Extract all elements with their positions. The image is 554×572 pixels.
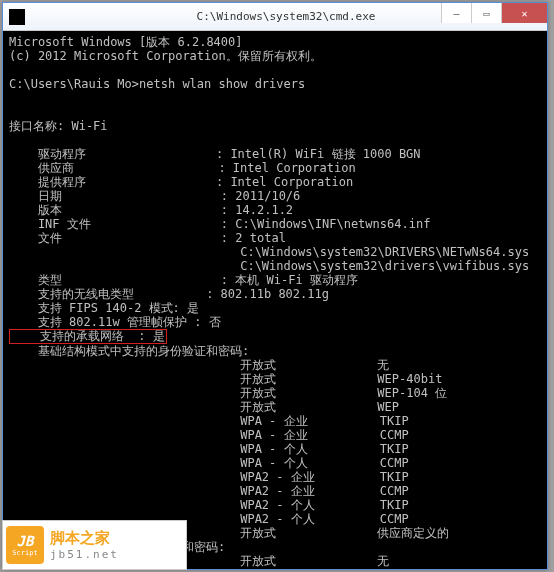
output-line: 支持 802.11w 管理帧保护 : 否 <box>9 315 541 329</box>
output-line: WPA2 - 企业 TKIP <box>9 470 541 484</box>
output-line: WPA2 - 个人 TKIP <box>9 498 541 512</box>
output-line: 开放式 WEP-40bit <box>9 372 541 386</box>
maximize-button[interactable]: ▭ <box>471 3 501 23</box>
output-line: WPA - 个人 CCMP <box>9 456 541 470</box>
cmd-window: C:\Windows\system32\cmd.exe — ▭ ✕ Micros… <box>2 2 548 570</box>
output-line <box>9 105 541 119</box>
watermark-logo: JB Script <box>6 526 44 564</box>
output-line: C:\Users\Rauis Mo>netsh wlan show driver… <box>9 77 541 91</box>
output-line: 提供程序 : Intel Corporation <box>9 175 541 189</box>
cmd-icon <box>9 9 25 25</box>
output-line: C:\Windows\system32\drivers\vwifibus.sys <box>9 259 541 273</box>
output-line: 开放式 WEP <box>9 400 541 414</box>
terminal-output[interactable]: Microsoft Windows [版本 6.2.8400](c) 2012 … <box>3 31 547 569</box>
output-line: WPA - 个人 TKIP <box>9 442 541 456</box>
output-line-highlighted: 支持的承载网络 : 是 <box>9 329 541 344</box>
output-line: 日期 : 2011/10/6 <box>9 189 541 203</box>
output-line: 支持的无线电类型 : 802.11b 802.11g <box>9 287 541 301</box>
close-button[interactable]: ✕ <box>501 3 547 23</box>
output-line: 文件 : 2 total <box>9 231 541 245</box>
titlebar[interactable]: C:\Windows\system32\cmd.exe — ▭ ✕ <box>3 3 547 31</box>
output-line: WPA - 企业 TKIP <box>9 414 541 428</box>
output-line: (c) 2012 Microsoft Corporation。保留所有权利。 <box>9 49 541 63</box>
watermark: JB Script 脚本之家 jb51.net <box>2 520 187 570</box>
watermark-url: jb51.net <box>50 548 119 561</box>
output-line: 开放式 WEP-104 位 <box>9 386 541 400</box>
output-line: 接口名称: Wi-Fi <box>9 119 541 133</box>
output-line: 支持 FIPS 140-2 模式: 是 <box>9 301 541 315</box>
output-line: WPA - 企业 CCMP <box>9 428 541 442</box>
output-line <box>9 63 541 77</box>
output-line: WPA2 - 企业 CCMP <box>9 484 541 498</box>
output-line: C:\Windows\system32\DRIVERS\NETwNs64.sys <box>9 245 541 259</box>
output-line: 开放式 无 <box>9 358 541 372</box>
output-line: Microsoft Windows [版本 6.2.8400] <box>9 35 541 49</box>
output-line: 版本 : 14.2.1.2 <box>9 203 541 217</box>
output-line <box>9 133 541 147</box>
output-line <box>9 91 541 105</box>
output-line: INF 文件 : C:\Windows\INF\netwns64.inf <box>9 217 541 231</box>
output-line: 供应商 : Intel Corporation <box>9 161 541 175</box>
watermark-name: 脚本之家 <box>50 529 119 548</box>
output-line: 驱动程序 : Intel(R) WiFi 链接 1000 BGN <box>9 147 541 161</box>
output-line: 类型 : 本机 Wi-Fi 驱动程序 <box>9 273 541 287</box>
window-controls: — ▭ ✕ <box>441 3 547 23</box>
output-line: 基础结构模式中支持的身份验证和密码: <box>9 344 541 358</box>
minimize-button[interactable]: — <box>441 3 471 23</box>
